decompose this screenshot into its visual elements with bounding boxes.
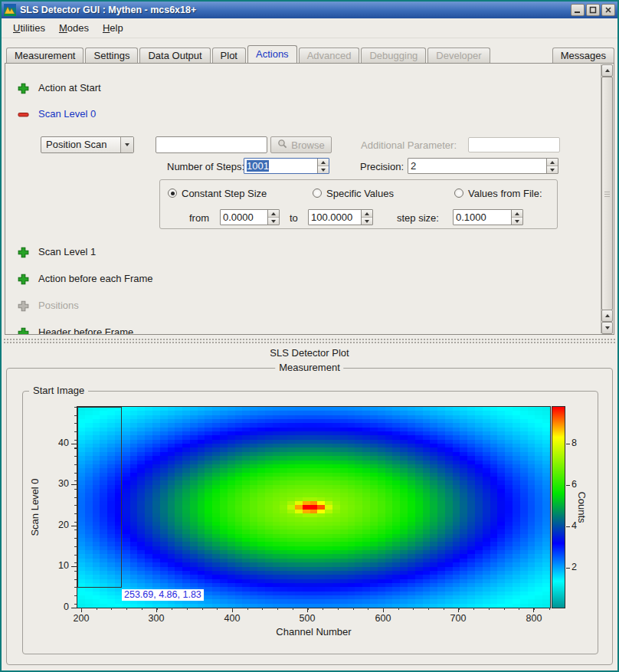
close-button[interactable] <box>601 4 615 16</box>
radio-constant-step-size-label[interactable]: Constant Step Size <box>182 188 267 199</box>
action-label[interactable]: Action before each Frame <box>38 273 153 285</box>
menubar: Utilities Modes Help <box>2 18 617 38</box>
expand-plus-icon[interactable] <box>18 327 29 336</box>
action-row-scan-level-1[interactable]: Scan Level 1 <box>18 246 96 258</box>
window-title: SLS Detector GUI : Mythen - mcs6x18+ <box>20 5 571 15</box>
x-tick-label: 700 <box>444 613 472 624</box>
vertical-scrollbar[interactable] <box>601 64 613 333</box>
spin-buttons[interactable] <box>361 210 372 225</box>
radio-values-from-file-label[interactable]: Values from File: <box>468 188 542 199</box>
action-row-positions: Positions <box>18 300 79 312</box>
scrollbar-thumb[interactable] <box>601 77 613 310</box>
x-tick-label: 400 <box>218 613 246 624</box>
scroll-up-button-bottom[interactable] <box>601 310 613 322</box>
z-tick <box>566 444 570 444</box>
scan-mode-combobox[interactable]: Position Scan <box>41 136 134 153</box>
expand-plus-icon[interactable] <box>18 83 29 94</box>
tab-plot[interactable]: Plot <box>212 48 246 63</box>
chevron-down-icon[interactable] <box>120 137 133 152</box>
tab-data-output[interactable]: Data Output <box>139 48 210 63</box>
collapse-minus-icon[interactable] <box>18 109 29 120</box>
app-window: SLS Detector GUI : Mythen - mcs6x18+ Uti… <box>0 0 619 672</box>
minimize-button[interactable] <box>571 4 585 16</box>
action-row-at-start[interactable]: Action at Start <box>18 82 101 94</box>
browse-button[interactable]: Browse <box>270 136 332 153</box>
additional-parameter-label: Additional Parameter: <box>361 139 457 151</box>
number-of-steps-spinbox[interactable]: 1001 <box>244 158 329 174</box>
scan-script-input[interactable] <box>156 136 267 153</box>
radio-values-from-file[interactable] <box>454 188 463 198</box>
expand-plus-icon[interactable] <box>18 247 29 258</box>
radio-constant-step-size[interactable] <box>168 188 177 198</box>
menu-modes[interactable]: Modes <box>52 20 96 36</box>
x-tick-label: 500 <box>293 613 321 624</box>
colorbar-gradient <box>552 407 565 608</box>
spin-buttons[interactable] <box>546 159 558 173</box>
tab-measurement[interactable]: Measurement <box>6 48 84 63</box>
action-label: Positions <box>38 300 79 312</box>
y-tick-label: 40 <box>49 438 69 448</box>
heatmap-image[interactable] <box>77 407 550 608</box>
spin-buttons[interactable] <box>267 210 279 225</box>
precision-value: 2 <box>408 159 546 173</box>
menu-help[interactable]: Help <box>96 20 130 36</box>
x-tick-label: 600 <box>369 613 397 624</box>
scan-mode-value: Position Scan <box>41 137 120 152</box>
precision-spinbox[interactable]: 2 <box>408 158 558 174</box>
from-value: 0.0000 <box>221 210 267 225</box>
tabbar: Measurement Settings Data Output Plot Ac… <box>5 45 614 63</box>
to-label: to <box>290 212 298 224</box>
colorbar <box>552 406 565 608</box>
step-mode-group: Constant Step Size Specific Values Value… <box>159 179 558 229</box>
x-tick-label: 300 <box>142 613 170 624</box>
y-tick-label: 20 <box>49 520 69 530</box>
y-tick-label: 0 <box>49 602 69 612</box>
expand-plus-icon <box>18 300 29 312</box>
titlebar[interactable]: SLS Detector GUI : Mythen - mcs6x18+ <box>2 2 617 18</box>
spin-buttons[interactable] <box>511 210 522 225</box>
maximize-button[interactable] <box>586 4 600 16</box>
action-label[interactable]: Scan Level 0 <box>38 108 96 120</box>
actions-panel: Action at Start Scan Level 0 Position Sc… <box>5 63 614 335</box>
action-label[interactable]: Header before Frame <box>38 326 133 335</box>
scroll-up-button[interactable] <box>601 64 613 77</box>
number-of-steps-label: Number of Steps: <box>167 161 244 172</box>
splitter-handle[interactable] <box>3 338 616 345</box>
step-size-value: 0.1000 <box>454 210 511 225</box>
tab-settings[interactable]: Settings <box>85 48 138 63</box>
browse-label: Browse <box>291 139 324 151</box>
expand-plus-icon[interactable] <box>18 274 29 285</box>
number-of-steps-value: 1001 <box>247 160 269 172</box>
tab-developer: Developer <box>427 48 490 63</box>
action-label[interactable]: Action at Start <box>38 82 101 94</box>
radio-specific-values[interactable] <box>313 188 322 198</box>
action-row-before-frame[interactable]: Action before each Frame <box>18 273 153 285</box>
window-controls <box>571 4 615 16</box>
precision-label: Precision: <box>360 161 404 172</box>
x-tick-label: 800 <box>520 613 548 624</box>
browse-icon <box>277 139 287 151</box>
step-size-spinbox[interactable]: 0.1000 <box>453 209 523 225</box>
z-tick <box>566 485 570 486</box>
z-tick <box>566 526 570 527</box>
plot-canvas[interactable] <box>77 406 551 608</box>
tab-messages[interactable]: Messages <box>552 48 614 63</box>
action-label[interactable]: Scan Level 1 <box>38 246 96 258</box>
tab-advanced: Advanced <box>299 48 360 63</box>
tab-actions[interactable]: Actions <box>247 45 297 63</box>
spin-buttons[interactable] <box>317 159 329 173</box>
start-image-group: Start Image Scan Level 0 0 10 20 30 40 2 <box>22 391 598 654</box>
from-label: from <box>189 212 209 224</box>
zoom-selection-rect <box>77 407 122 588</box>
radio-specific-values-label[interactable]: Specific Values <box>326 188 394 199</box>
start-image-group-title: Start Image <box>29 385 88 396</box>
scroll-down-button[interactable] <box>601 322 613 334</box>
menu-utilities[interactable]: Utilities <box>6 20 52 36</box>
plot-dock-title: SLS Detector Plot <box>2 346 617 360</box>
z-axis-title: Counts <box>575 431 588 584</box>
cursor-position-readout: 253.69, 4.86, 1.83 <box>122 589 204 601</box>
to-spinbox[interactable]: 100.0000 <box>308 209 373 225</box>
action-row-scan-level-0[interactable]: Scan Level 0 <box>18 108 96 120</box>
action-row-header-before-frame[interactable]: Header before Frame <box>18 326 133 335</box>
from-spinbox[interactable]: 0.0000 <box>220 209 280 225</box>
